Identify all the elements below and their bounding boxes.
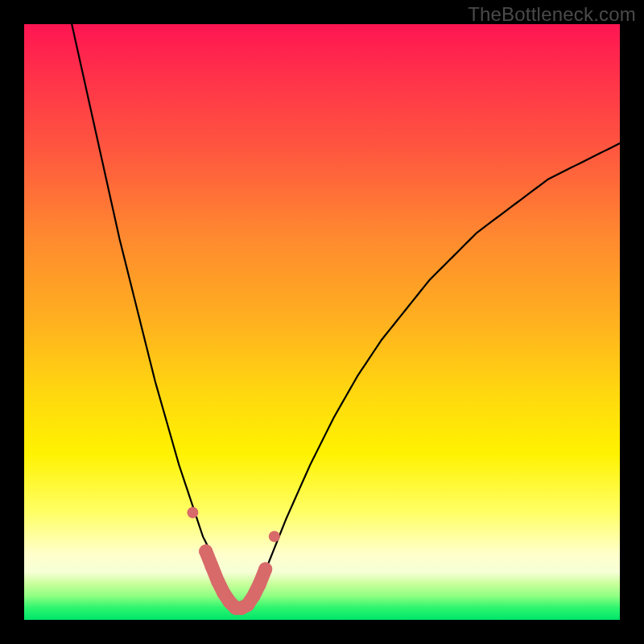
marker-dot <box>269 530 280 542</box>
marker-dot <box>199 544 213 558</box>
marker-dot <box>205 559 219 573</box>
bottleneck-curve <box>72 24 620 608</box>
marker-dots-group <box>187 507 279 615</box>
marker-dot <box>187 507 198 518</box>
marker-dot <box>246 589 260 603</box>
curve-svg <box>24 24 620 620</box>
watermark-text: TheBottleneck.com <box>468 3 636 26</box>
marker-dot <box>258 563 272 576</box>
chart-frame: TheBottleneck.com <box>0 0 644 644</box>
marker-dot <box>211 574 225 588</box>
marker-dot <box>253 577 266 591</box>
plot-area <box>24 24 620 620</box>
